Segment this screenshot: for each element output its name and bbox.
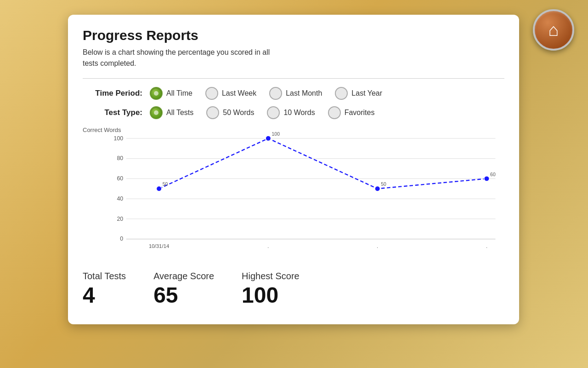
highest-score-value: 100	[242, 283, 300, 308]
page-title: Progress Reports	[83, 28, 504, 43]
radio-10-words[interactable]: 10 Words	[267, 106, 315, 119]
svg-text:0: 0	[120, 236, 123, 242]
radio-last-month-label: Last Month	[286, 89, 322, 98]
home-icon: ⌂	[548, 21, 559, 39]
main-card: Progress Reports Below is a chart showin…	[68, 15, 519, 324]
radio-50-words[interactable]: 50 Words	[206, 106, 254, 119]
radio-all-tests-circle[interactable]	[150, 106, 163, 119]
svg-text:.: .	[267, 243, 269, 249]
chart-svg: 100 80 60 40 20 0 50	[107, 126, 500, 255]
radio-10-words-circle[interactable]	[267, 106, 280, 119]
svg-text:50: 50	[163, 182, 168, 187]
svg-point-14	[375, 186, 380, 191]
stats-section: Total Tests 4 Average Score 65 Highest S…	[83, 266, 504, 308]
radio-last-year[interactable]: Last Year	[335, 87, 382, 100]
svg-text:.: .	[377, 243, 378, 249]
radio-favorites-circle[interactable]	[328, 106, 341, 119]
radio-last-year-circle[interactable]	[335, 87, 348, 100]
page-subtitle: Below is a chart showing the percentage …	[83, 47, 276, 69]
time-period-group: All Time Last Week Last Month Last Year	[150, 87, 382, 100]
radio-all-tests[interactable]: All Tests	[150, 106, 193, 119]
radio-last-week[interactable]: Last Week	[205, 87, 256, 100]
svg-text:100: 100	[272, 132, 280, 137]
radio-last-year-label: Last Year	[351, 89, 382, 98]
svg-text:100: 100	[114, 135, 124, 142]
radio-10-words-label: 10 Words	[283, 109, 315, 117]
radio-last-month-circle[interactable]	[269, 87, 282, 100]
chart-area: Correct Words 100 80 60 40 20 0	[83, 126, 504, 257]
svg-point-13	[266, 136, 271, 141]
svg-text:60: 60	[490, 172, 496, 177]
test-type-label: Test Type:	[83, 108, 142, 117]
total-tests-value: 4	[83, 283, 126, 308]
svg-text:50: 50	[381, 182, 386, 187]
stat-average-score: Average Score 65	[153, 271, 214, 308]
test-type-group: All Tests 50 Words 10 Words Favorites	[150, 106, 374, 119]
radio-last-week-circle[interactable]	[205, 87, 218, 100]
chart-container: 100 80 60 40 20 0 50	[107, 126, 500, 257]
radio-50-words-label: 50 Words	[223, 109, 254, 117]
time-period-label: Time Period:	[83, 89, 142, 98]
radio-last-week-label: Last Week	[222, 89, 256, 98]
controls-section: Time Period: All Time Last Week Last Mon…	[83, 87, 504, 119]
radio-favorites[interactable]: Favorites	[328, 106, 375, 119]
svg-text:80: 80	[117, 155, 123, 161]
radio-all-time-label: All Time	[166, 89, 192, 98]
radio-50-words-circle[interactable]	[206, 106, 219, 119]
stat-total-tests: Total Tests 4	[83, 271, 126, 308]
test-type-row: Test Type: All Tests 50 Words 10 Words F…	[83, 106, 504, 119]
average-score-label: Average Score	[153, 271, 214, 282]
home-button[interactable]: ⌂	[533, 9, 574, 51]
radio-last-month[interactable]: Last Month	[269, 87, 322, 100]
svg-text:60: 60	[117, 175, 123, 182]
divider	[83, 78, 504, 79]
svg-text:20: 20	[117, 216, 123, 222]
total-tests-label: Total Tests	[83, 271, 126, 282]
svg-text:40: 40	[117, 196, 123, 202]
svg-point-12	[156, 186, 161, 191]
stat-highest-score: Highest Score 100	[242, 271, 300, 308]
svg-point-15	[484, 176, 489, 181]
highest-score-label: Highest Score	[242, 271, 300, 282]
svg-text:.: .	[486, 243, 487, 249]
time-period-row: Time Period: All Time Last Week Last Mon…	[83, 87, 504, 100]
average-score-value: 65	[153, 283, 214, 308]
radio-favorites-label: Favorites	[345, 109, 375, 117]
radio-all-tests-label: All Tests	[166, 109, 193, 117]
radio-all-time[interactable]: All Time	[150, 87, 192, 100]
radio-all-time-circle[interactable]	[150, 87, 163, 100]
svg-text:10/31/14: 10/31/14	[149, 243, 170, 249]
